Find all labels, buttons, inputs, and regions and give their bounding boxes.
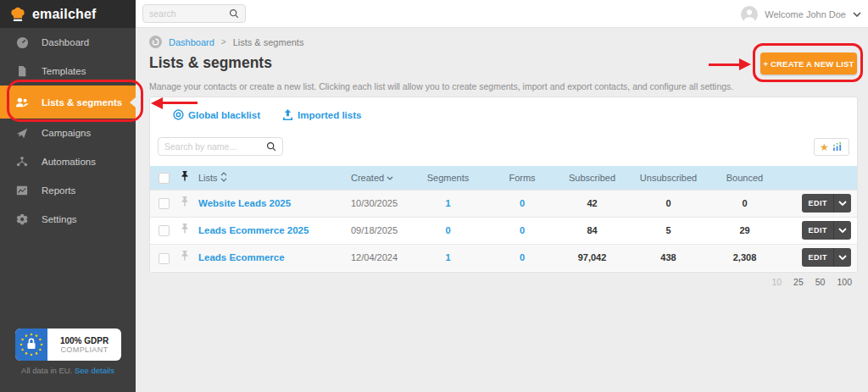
unsubscribed-count: 5 [628, 217, 709, 244]
favorites-stats-button[interactable]: ★ [814, 138, 849, 156]
automation-tree-icon [15, 155, 29, 168]
sidebar-item-label: Settings [42, 214, 77, 224]
row-checkbox[interactable] [159, 253, 170, 264]
gdpr-see-details-link[interactable]: See details [75, 366, 114, 375]
chevron-down-icon[interactable] [387, 176, 393, 180]
sidebar-item-label: Dashboard [42, 37, 89, 47]
brand-logo[interactable]: emailchef [0, 0, 136, 28]
forms-count-link[interactable]: 0 [520, 198, 525, 208]
edit-button[interactable]: EDIT [802, 248, 833, 267]
unsubscribed-count: 0 [628, 190, 709, 217]
sidebar-item-reports[interactable]: Reports [0, 176, 136, 205]
global-blacklist-link[interactable]: Global blacklist [173, 109, 260, 120]
edit-dropdown-button[interactable] [833, 194, 851, 213]
bounced-count: 2,308 [709, 244, 781, 271]
pin-icon[interactable] [181, 196, 189, 207]
sidebar-item-label: Templates [42, 66, 86, 76]
pin-icon [181, 171, 189, 182]
sidebar-item-campaigns[interactable]: Campaigns [0, 119, 136, 147]
sidebar-item-label: Lists & segments [42, 97, 122, 108]
lists-panel: Global blacklist Imported lists ★ [149, 97, 858, 273]
breadcrumb-current: Lists & segments [233, 37, 304, 47]
sidebar-item-templates[interactable]: Templates [0, 57, 136, 86]
edit-button[interactable]: EDIT [802, 194, 833, 213]
gdpr-line1: 100% GDPR [60, 336, 108, 345]
column-created[interactable]: Created [351, 173, 384, 183]
panel-links: Global blacklist Imported lists [173, 109, 361, 120]
bounced-count: 0 [709, 190, 781, 217]
main-content: Dashboard > Lists & segments Lists & seg… [136, 28, 868, 392]
column-subscribed: Subscribed [569, 173, 615, 183]
created-date: 12/04/2024 [340, 244, 408, 271]
page-size-25[interactable]: 25 [793, 277, 804, 287]
global-search[interactable] [142, 4, 246, 23]
forms-count-link[interactable]: 0 [520, 252, 525, 262]
create-new-list-button[interactable]: + CREATE A NEW LIST [760, 52, 857, 75]
report-chart-icon [15, 184, 29, 197]
breadcrumb-dashboard-link[interactable]: Dashboard [169, 37, 214, 47]
eu-flag-lock-icon [15, 329, 47, 361]
edit-dropdown-button[interactable] [833, 221, 851, 240]
search-by-name-input[interactable] [164, 141, 266, 152]
edit-button[interactable]: EDIT [802, 221, 833, 240]
pin-icon[interactable] [181, 251, 189, 262]
sidebar-nav: Dashboard Templates Lists & segments Cam… [0, 28, 136, 234]
page-size-100[interactable]: 100 [837, 277, 852, 287]
global-search-input[interactable] [149, 8, 229, 19]
sidebar-item-lists-segments[interactable]: Lists & segments [0, 86, 136, 119]
imported-lists-link[interactable]: Imported lists [282, 109, 361, 120]
table-row: Website Leads 2025 10/30/2025 1 0 42 0 0… [150, 190, 857, 217]
topbar: Welcome John Doe [136, 0, 868, 28]
page-title: Lists & segments [149, 54, 272, 72]
gdpr-footer-text: All data in EU. [21, 366, 72, 375]
page-size-10[interactable]: 10 [771, 277, 782, 287]
sidebar-item-label: Campaigns [42, 128, 91, 138]
edit-dropdown-button[interactable] [833, 248, 851, 267]
list-name-link[interactable]: Website Leads 2025 [198, 198, 291, 208]
list-name-link[interactable]: Leads Ecommerce [198, 252, 285, 262]
global-blacklist-label: Global blacklist [188, 110, 260, 120]
sidebar-item-dashboard[interactable]: Dashboard [0, 28, 136, 57]
subscribed-count: 84 [556, 217, 628, 244]
search-icon [229, 8, 239, 19]
row-checkbox[interactable] [159, 225, 170, 236]
table-row: Leads Ecommerce 2025 09/18/2025 0 0 84 5… [150, 217, 857, 244]
users-icon [15, 96, 29, 109]
sidebar-item-settings[interactable]: Settings [0, 205, 136, 234]
created-date: 10/30/2025 [340, 190, 408, 217]
column-unsubscribed: Unsubscribed [640, 173, 697, 183]
pin-icon[interactable] [181, 224, 189, 235]
user-menu[interactable]: Welcome John Doe [741, 0, 861, 28]
upload-icon [282, 109, 293, 120]
column-lists[interactable]: Lists [198, 173, 218, 183]
segments-count-link[interactable]: 0 [445, 225, 450, 235]
welcome-text: Welcome John Doe [765, 9, 846, 19]
blacklist-icon [173, 109, 184, 120]
document-icon [15, 64, 29, 78]
row-checkbox[interactable] [159, 198, 170, 209]
avatar [741, 6, 758, 23]
bounced-count: 29 [709, 217, 781, 244]
brand-name: emailchef [32, 7, 97, 22]
unsubscribed-count: 438 [628, 244, 709, 271]
segments-count-link[interactable]: 1 [445, 252, 450, 262]
sort-icon[interactable] [220, 172, 227, 182]
search-by-name[interactable] [158, 137, 283, 156]
sidebar-item-automations[interactable]: Automations [0, 147, 136, 176]
sidebar: emailchef Dashboard Templates Lists & se… [0, 0, 136, 392]
list-name-link[interactable]: Leads Ecommerce 2025 [198, 225, 309, 235]
lists-table: Lists Created Segments Forms Subscribed … [150, 166, 857, 271]
breadcrumb-home-icon [149, 36, 162, 48]
search-icon [266, 141, 276, 152]
select-all-checkbox[interactable] [159, 173, 170, 184]
breadcrumb-separator: > [221, 37, 226, 47]
column-bounced: Bounced [726, 173, 763, 183]
breadcrumb: Dashboard > Lists & segments [149, 36, 303, 48]
gear-icon [15, 213, 29, 226]
gdpr-line2: COMPLIANT [60, 345, 108, 354]
forms-count-link[interactable]: 0 [520, 225, 525, 235]
page-description: Manage your contacts or create a new lis… [149, 81, 733, 91]
page-size-50[interactable]: 50 [815, 277, 826, 287]
segments-count-link[interactable]: 1 [445, 198, 450, 208]
column-segments: Segments [427, 173, 470, 183]
